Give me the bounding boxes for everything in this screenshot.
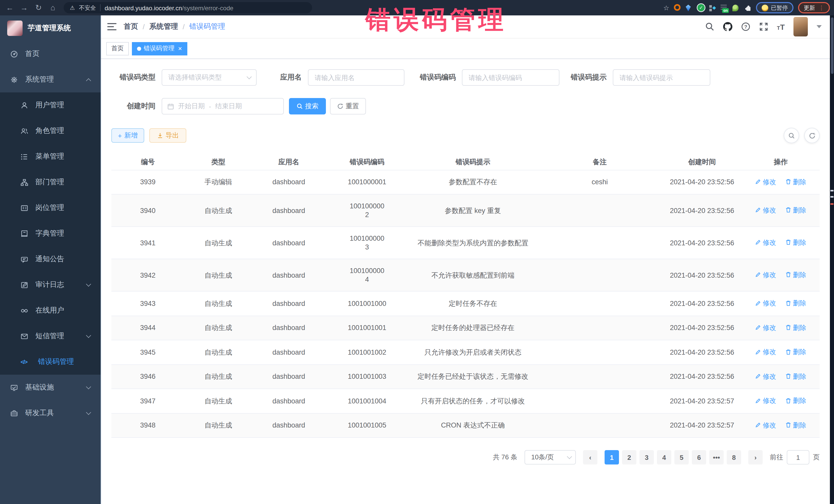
edit-link[interactable]: 修改 bbox=[755, 348, 776, 356]
back-icon[interactable]: ← bbox=[4, 0, 15, 15]
home-icon[interactable]: ⌂ bbox=[47, 0, 59, 15]
extension-grid-icon[interactable] bbox=[709, 4, 716, 11]
code-icon: </> bbox=[21, 359, 31, 365]
page-button[interactable]: 3 bbox=[639, 450, 654, 464]
page-button[interactable]: 1 bbox=[605, 450, 619, 464]
cell-remark bbox=[537, 194, 663, 226]
edit-link[interactable]: 修改 bbox=[755, 396, 776, 405]
extension-gem-icon[interactable] bbox=[686, 4, 693, 11]
error-type-select[interactable]: 请选择错误码类型 bbox=[162, 69, 257, 86]
extension-check-icon[interactable]: ✓ bbox=[698, 4, 705, 11]
sidebar-item-dev-tools[interactable]: 研发工具 bbox=[0, 400, 101, 426]
forward-icon[interactable]: → bbox=[19, 0, 30, 15]
error-code-input[interactable] bbox=[462, 70, 559, 85]
next-page-button[interactable]: › bbox=[748, 450, 763, 464]
edit-link[interactable]: 修改 bbox=[755, 177, 776, 186]
extensions-puzzle-icon[interactable] bbox=[744, 4, 751, 11]
tab-error-codes[interactable]: 错误码管理 × bbox=[132, 42, 187, 55]
page-buttons: 123456•••8 bbox=[605, 450, 741, 464]
extension-donut-icon[interactable] bbox=[674, 4, 681, 11]
table-row: 3941 自动生成 dashboard 100100000 3 不能删除类型为系… bbox=[111, 226, 820, 259]
search-button[interactable]: 搜索 bbox=[289, 98, 326, 114]
window-scrollbar[interactable] bbox=[830, 15, 834, 504]
page-button[interactable]: 2 bbox=[622, 450, 636, 464]
sidebar-item-online-users[interactable]: 在线用户 bbox=[0, 298, 101, 323]
edit-link[interactable]: 修改 bbox=[755, 206, 776, 215]
tab-home[interactable]: 首页 bbox=[106, 42, 129, 55]
page-button[interactable]: 4 bbox=[657, 450, 671, 464]
sidebar-item-users[interactable]: 用户管理 bbox=[0, 92, 101, 118]
page-button[interactable]: 8 bbox=[727, 450, 741, 464]
edit-link[interactable]: 修改 bbox=[755, 421, 776, 429]
sidebar-item-notices[interactable]: 通知公告 bbox=[0, 246, 101, 272]
breadcrumb-home[interactable]: 首页 bbox=[124, 22, 138, 31]
edit-link[interactable]: 修改 bbox=[755, 238, 776, 247]
hamburger-icon[interactable] bbox=[107, 23, 116, 30]
toggle-search-button[interactable] bbox=[784, 128, 799, 143]
edit-link[interactable]: 修改 bbox=[755, 372, 776, 380]
sidebar-item-posts[interactable]: 岗位管理 bbox=[0, 195, 101, 221]
reset-button[interactable]: 重置 bbox=[330, 98, 366, 114]
help-icon[interactable]: ? bbox=[741, 22, 750, 31]
sidebar-item-system[interactable]: 系统管理 bbox=[0, 67, 101, 92]
app-logo-row[interactable]: 芋道管理系统 bbox=[0, 15, 101, 41]
add-button[interactable]: + 新增 bbox=[111, 128, 144, 143]
sidebar-item-roles[interactable]: 角色管理 bbox=[0, 118, 101, 144]
sidebar-item-departments[interactable]: 部门管理 bbox=[0, 169, 101, 195]
delete-link[interactable]: 删除 bbox=[785, 396, 806, 405]
delete-link[interactable]: 删除 bbox=[785, 270, 806, 279]
cell-type: 自动生成 bbox=[184, 291, 252, 316]
fullscreen-icon[interactable] bbox=[759, 22, 768, 31]
date-range-picker[interactable]: 开始日期 - 结束日期 bbox=[162, 98, 284, 114]
delete-link[interactable]: 删除 bbox=[785, 206, 806, 215]
sidebar-item-dictionary[interactable]: 字典管理 bbox=[0, 221, 101, 246]
delete-link[interactable]: 删除 bbox=[785, 299, 806, 307]
github-icon[interactable] bbox=[723, 22, 732, 31]
extension-leaf-icon[interactable] bbox=[732, 4, 740, 11]
page-button[interactable]: ••• bbox=[709, 450, 724, 464]
delete-link[interactable]: 删除 bbox=[785, 323, 806, 332]
cell-time: 2021-04-20 23:52:56 bbox=[662, 170, 742, 194]
delete-link[interactable]: 删除 bbox=[785, 238, 806, 247]
edit-link[interactable]: 修改 bbox=[755, 299, 776, 307]
extension-on-badge-icon[interactable]: on bbox=[721, 4, 728, 11]
error-hint-input[interactable] bbox=[613, 70, 710, 85]
goto-page-input[interactable] bbox=[787, 450, 809, 464]
reload-icon[interactable]: ↻ bbox=[33, 0, 44, 15]
breadcrumb-system[interactable]: 系统管理 bbox=[149, 22, 178, 31]
address-bar[interactable]: ⚠ 不安全 dashboard.yudao.iocoder.cn/system/… bbox=[64, 2, 312, 13]
profile-paused-badge[interactable]: 已暂停 bbox=[756, 2, 793, 13]
sidebar-item-audit-log[interactable]: 审计日志 bbox=[0, 272, 101, 298]
delete-link[interactable]: 删除 bbox=[785, 421, 806, 429]
delete-link[interactable]: 删除 bbox=[785, 177, 806, 186]
bookmark-star-icon[interactable]: ☆ bbox=[663, 4, 669, 12]
delete-link[interactable]: 删除 bbox=[785, 348, 806, 356]
browser-menu-icon[interactable]: ⋮ bbox=[819, 4, 824, 11]
edit-link[interactable]: 修改 bbox=[755, 323, 776, 332]
not-secure-label: 不安全 bbox=[79, 4, 96, 12]
delete-link[interactable]: 删除 bbox=[785, 372, 806, 380]
edit-link[interactable]: 修改 bbox=[755, 270, 776, 279]
avatar-caret-icon[interactable] bbox=[816, 25, 822, 28]
sidebar-item-error-codes[interactable]: </> 错误码管理 bbox=[0, 349, 101, 375]
page-size-select[interactable]: 10条/页 bbox=[525, 450, 576, 464]
breadcrumb-error-codes[interactable]: 错误码管理 bbox=[190, 22, 225, 31]
export-button[interactable]: 导出 bbox=[149, 128, 186, 143]
avatar[interactable] bbox=[793, 17, 808, 37]
close-tab-icon[interactable]: × bbox=[178, 45, 182, 52]
sidebar-item-sms[interactable]: 短信管理 bbox=[0, 323, 101, 349]
chrome-update-button[interactable]: 更新 ⋮ bbox=[798, 2, 830, 13]
refresh-table-button[interactable] bbox=[804, 128, 820, 143]
app-title: 芋道管理系统 bbox=[28, 24, 71, 33]
sidebar-item-home[interactable]: 首页 bbox=[0, 41, 101, 67]
page-button[interactable]: 6 bbox=[692, 450, 706, 464]
sidebar-item-infrastructure[interactable]: 基础设施 bbox=[0, 375, 101, 400]
app-name-input[interactable] bbox=[308, 70, 404, 85]
prev-page-button[interactable]: ‹ bbox=[583, 450, 597, 464]
cell-remark bbox=[537, 413, 663, 438]
search-icon[interactable] bbox=[705, 22, 714, 31]
font-size-icon[interactable]: TT bbox=[777, 22, 785, 31]
page-button[interactable]: 5 bbox=[674, 450, 689, 464]
scrollbar-thumb[interactable] bbox=[831, 18, 833, 74]
sidebar-item-menus[interactable]: 菜单管理 bbox=[0, 144, 101, 169]
